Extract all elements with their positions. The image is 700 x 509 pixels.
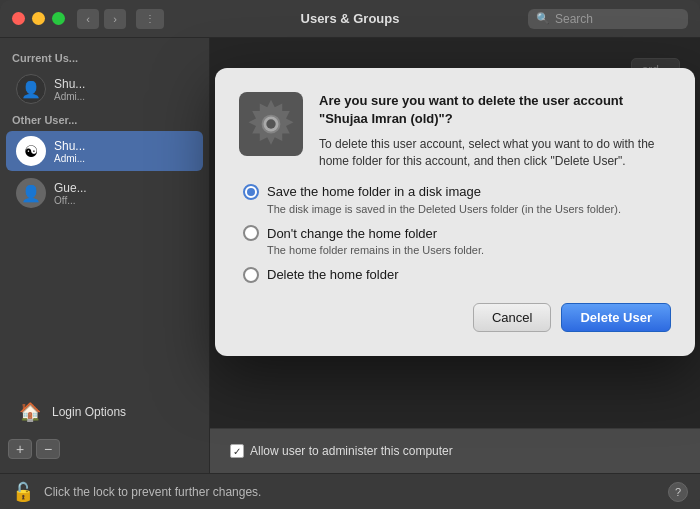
radio-label-0: Save the home folder in a disk image: [267, 184, 481, 199]
back-button[interactable]: ‹: [77, 9, 99, 29]
dialog-subtitle: To delete this user account, select what…: [319, 136, 671, 170]
traffic-lights: [12, 12, 65, 25]
radio-row-0: Save the home folder in a disk image: [243, 184, 671, 200]
bottom-bar: 🔓 Click the lock to prevent further chan…: [0, 473, 700, 509]
dialog-header: Are you sure you want to delete the user…: [239, 92, 671, 170]
user-0-name: Shu...: [54, 139, 85, 153]
add-user-button[interactable]: +: [8, 439, 32, 459]
user-0-info: Shu... Admi...: [54, 139, 85, 164]
svg-point-2: [266, 119, 275, 128]
allow-admin-checkbox[interactable]: ✓: [230, 444, 244, 458]
nav-buttons: ‹ ›: [77, 9, 126, 29]
close-button[interactable]: [12, 12, 25, 25]
radio-save-disk-image[interactable]: [243, 184, 259, 200]
dialog-title: Are you sure you want to delete the user…: [319, 92, 671, 128]
search-icon: 🔍: [536, 12, 550, 25]
house-icon: 🏠: [16, 398, 44, 426]
main-content: Current Us... 👤 Shu... Admi... Other Use…: [0, 38, 700, 473]
remove-user-button[interactable]: −: [36, 439, 60, 459]
radio-desc-1: The home folder remains in the Users fol…: [267, 243, 671, 258]
radio-group: Save the home folder in a disk image The…: [239, 184, 671, 283]
help-button[interactable]: ?: [668, 482, 688, 502]
lock-icon[interactable]: 🔓: [12, 481, 34, 503]
main-bottom: ✓ Allow user to administer this computer: [210, 428, 700, 473]
cancel-button[interactable]: Cancel: [473, 303, 551, 332]
grid-view-button[interactable]: ⋮: [136, 9, 164, 29]
sidebar-item-user-0[interactable]: ☯ Shu... Admi...: [6, 131, 203, 171]
allow-admin-label: Allow user to administer this computer: [250, 444, 453, 458]
allow-admin-checkbox-wrapper[interactable]: ✓ Allow user to administer this computer: [230, 444, 453, 458]
login-options-label: Login Options: [52, 405, 126, 419]
current-user-role: Admi...: [54, 91, 85, 102]
dialog-buttons: Cancel Delete User: [239, 303, 671, 332]
main-panel: ord...: [210, 38, 700, 473]
search-bar: 🔍: [528, 9, 688, 29]
user-1-info: Gue... Off...: [54, 181, 87, 206]
current-user-label: Current Us...: [0, 48, 209, 68]
user-1-name: Gue...: [54, 181, 87, 195]
radio-item-2: Delete the home folder: [243, 267, 671, 283]
sidebar-item-user-1[interactable]: 👤 Gue... Off...: [6, 173, 203, 213]
sidebar: Current Us... 👤 Shu... Admi... Other Use…: [0, 38, 210, 473]
user-0-role: Admi...: [54, 153, 85, 164]
minimize-button[interactable]: [32, 12, 45, 25]
dialog-overlay: Are you sure you want to delete the user…: [210, 38, 700, 428]
avatar-current-user: 👤: [16, 74, 46, 104]
login-options-item[interactable]: 🏠 Login Options: [6, 390, 203, 434]
radio-label-1: Don't change the home folder: [267, 226, 437, 241]
radio-item-0: Save the home folder in a disk image The…: [243, 184, 671, 217]
avatar-user-0: ☯: [16, 136, 46, 166]
other-users-label: Other User...: [0, 110, 209, 130]
radio-item-1: Don't change the home folder The home fo…: [243, 225, 671, 258]
radio-label-2: Delete the home folder: [267, 267, 399, 282]
window-title: Users & Groups: [301, 11, 400, 26]
lock-text: Click the lock to prevent further change…: [44, 485, 658, 499]
main-top: ord...: [210, 38, 700, 428]
radio-row-2: Delete the home folder: [243, 267, 671, 283]
title-bar: ‹ › ⋮ Users & Groups 🔍: [0, 0, 700, 38]
user-1-role: Off...: [54, 195, 87, 206]
search-input[interactable]: [555, 12, 675, 26]
radio-row-1: Don't change the home folder: [243, 225, 671, 241]
radio-dont-change[interactable]: [243, 225, 259, 241]
forward-button[interactable]: ›: [104, 9, 126, 29]
current-user-info: Shu... Admi...: [54, 77, 85, 102]
delete-user-dialog: Are you sure you want to delete the user…: [215, 68, 695, 356]
delete-user-button[interactable]: Delete User: [561, 303, 671, 332]
radio-delete-folder[interactable]: [243, 267, 259, 283]
maximize-button[interactable]: [52, 12, 65, 25]
gear-icon: [241, 94, 301, 154]
current-user-name: Shu...: [54, 77, 85, 91]
sidebar-bottom-bar: + −: [0, 435, 209, 463]
sidebar-item-current-user[interactable]: 👤 Shu... Admi...: [6, 69, 203, 109]
dialog-icon: [239, 92, 303, 156]
dialog-title-section: Are you sure you want to delete the user…: [319, 92, 671, 170]
radio-desc-0: The disk image is saved in the Deleted U…: [267, 202, 671, 217]
avatar-user-1: 👤: [16, 178, 46, 208]
